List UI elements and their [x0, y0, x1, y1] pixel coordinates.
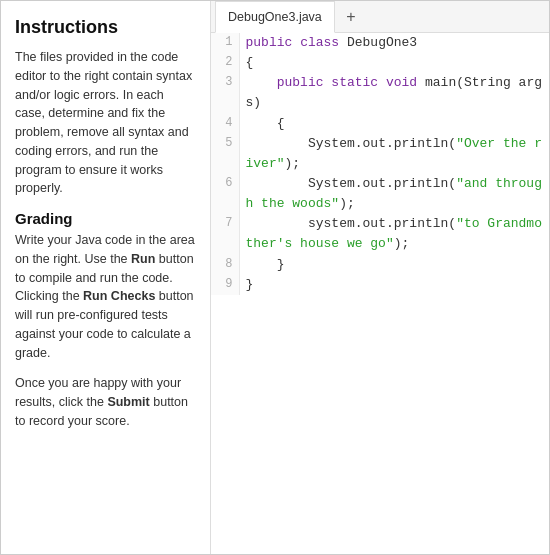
run-bold: Run	[131, 252, 155, 266]
line-code: {	[239, 53, 549, 73]
line-code: }	[239, 255, 549, 275]
line-number: 4	[211, 114, 239, 134]
table-row: 2 {	[211, 53, 549, 73]
line-code: System.out.println("Over the river");	[239, 134, 549, 174]
table-row: 6 System.out.println("and through the wo…	[211, 174, 549, 214]
instructions-description: The files provided in the code editor to…	[15, 48, 196, 198]
line-code: public static void main(String args)	[239, 73, 549, 113]
grading-heading: Grading	[15, 210, 196, 227]
table-row: 1 public class DebugOne3	[211, 33, 549, 53]
line-number: 8	[211, 255, 239, 275]
line-code: system.out.println("to Grandmother's hou…	[239, 214, 549, 254]
line-code: System.out.println("and through the wood…	[239, 174, 549, 214]
line-number: 7	[211, 214, 239, 254]
run-checks-bold: Run Checks	[83, 289, 155, 303]
table-row: 7 system.out.println("to Grandmother's h…	[211, 214, 549, 254]
tab-label: DebugOne3.java	[228, 10, 322, 24]
line-number: 9	[211, 275, 239, 295]
code-table: 1 public class DebugOne3 2 { 3 public st…	[211, 33, 549, 295]
table-row: 5 System.out.println("Over the river");	[211, 134, 549, 174]
table-row: 3 public static void main(String args)	[211, 73, 549, 113]
line-code: public class DebugOne3	[239, 33, 549, 53]
add-tab-icon: +	[346, 8, 355, 26]
grading-text: Write your Java code in the area on the …	[15, 231, 196, 362]
line-number: 3	[211, 73, 239, 113]
submit-bold: Submit	[107, 395, 149, 409]
line-number: 6	[211, 174, 239, 214]
instructions-title: Instructions	[15, 17, 196, 38]
line-number: 1	[211, 33, 239, 53]
line-code: }	[239, 275, 549, 295]
line-code: {	[239, 114, 549, 134]
table-row: 9 }	[211, 275, 549, 295]
code-editor-panel: DebugOne3.java + 1 public class DebugOne…	[211, 1, 549, 554]
tab-bar: DebugOne3.java +	[211, 1, 549, 33]
line-number: 2	[211, 53, 239, 73]
line-number: 5	[211, 134, 239, 174]
tab-debugone3[interactable]: DebugOne3.java	[215, 1, 335, 33]
add-tab-button[interactable]: +	[337, 6, 365, 28]
table-row: 8 }	[211, 255, 549, 275]
table-row: 4 {	[211, 114, 549, 134]
instructions-panel: Instructions The files provided in the c…	[1, 1, 211, 554]
code-editor[interactable]: 1 public class DebugOne3 2 { 3 public st…	[211, 33, 549, 554]
submit-text: Once you are happy with your results, cl…	[15, 374, 196, 430]
